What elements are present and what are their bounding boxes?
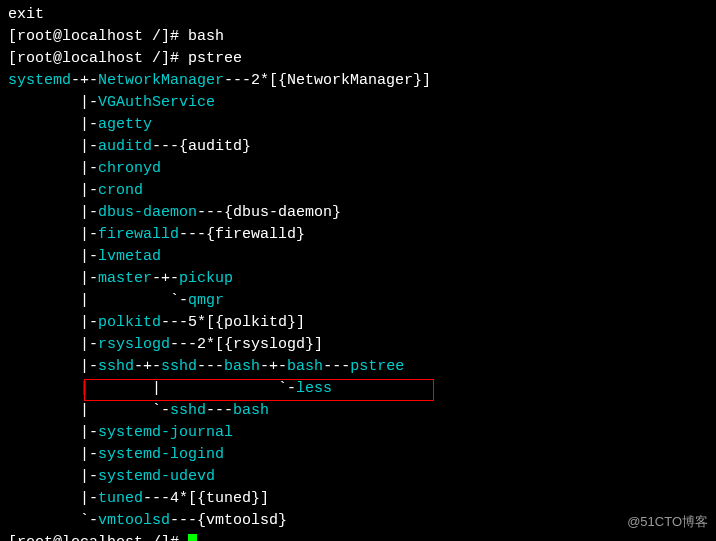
- tree-line-udevd: |-systemd-udevd: [8, 466, 708, 488]
- bracket-close: /]#: [143, 28, 188, 45]
- cmd-pstree: pstree: [188, 50, 242, 67]
- exit-line: exit: [8, 4, 708, 26]
- tree-line-logind: |-systemd-logind: [8, 444, 708, 466]
- prompt-user: root@localhost: [17, 534, 143, 541]
- tree-line-journal: |-systemd-journal: [8, 422, 708, 444]
- tree-line-systemd: systemd-+-NetworkManager---2*[{NetworkMa…: [8, 70, 708, 92]
- bracket-close: /]#: [143, 50, 188, 67]
- prompt-user: root@localhost: [17, 28, 143, 45]
- tree-line-agetty: |-agetty: [8, 114, 708, 136]
- bracket-open: [: [8, 50, 17, 67]
- tree-line-auditd: |-auditd---{auditd}: [8, 136, 708, 158]
- bracket-open: [: [8, 534, 17, 541]
- cursor-block: [188, 534, 197, 541]
- tree-line-dbus: |-dbus-daemon---{dbus-daemon}: [8, 202, 708, 224]
- tree-line-qmgr: | `-qmgr: [8, 290, 708, 312]
- prompt-line-2[interactable]: [root@localhost /]# pstree: [8, 48, 708, 70]
- bracket-open: [: [8, 28, 17, 45]
- tree-line-vmtoolsd: `-vmtoolsd---{vmtoolsd}: [8, 510, 708, 532]
- watermark: @51CTO博客: [627, 511, 708, 533]
- tree-line-rsyslogd: |-rsyslogd---2*[{rsyslogd}]: [8, 334, 708, 356]
- tree-line-tuned: |-tuned---4*[{tuned}]: [8, 488, 708, 510]
- prompt-user: root@localhost: [17, 50, 143, 67]
- tree-line-polkitd: |-polkitd---5*[{polkitd}]: [8, 312, 708, 334]
- tree-line-crond: |-crond: [8, 180, 708, 202]
- prompt-line-3[interactable]: [root@localhost /]#: [8, 532, 708, 541]
- tree-line-sshd-bash: | `-sshd---bash: [8, 400, 708, 422]
- tree-line-vgauth: |-VGAuthService: [8, 92, 708, 114]
- cmd-bash: bash: [188, 28, 224, 45]
- bracket-close: /]#: [143, 534, 188, 541]
- prompt-line-1[interactable]: [root@localhost /]# bash: [8, 26, 708, 48]
- tree-line-chronyd: |-chronyd: [8, 158, 708, 180]
- tree-line-firewalld: |-firewalld---{firewalld}: [8, 224, 708, 246]
- tree-line-master: |-master-+-pickup: [8, 268, 708, 290]
- tree-line-less: | | `-less: [8, 378, 708, 400]
- tree-line-sshd-chain: |-sshd-+-sshd---bash-+-bash---pstree: [8, 356, 708, 378]
- tree-line-lvmetad: |-lvmetad: [8, 246, 708, 268]
